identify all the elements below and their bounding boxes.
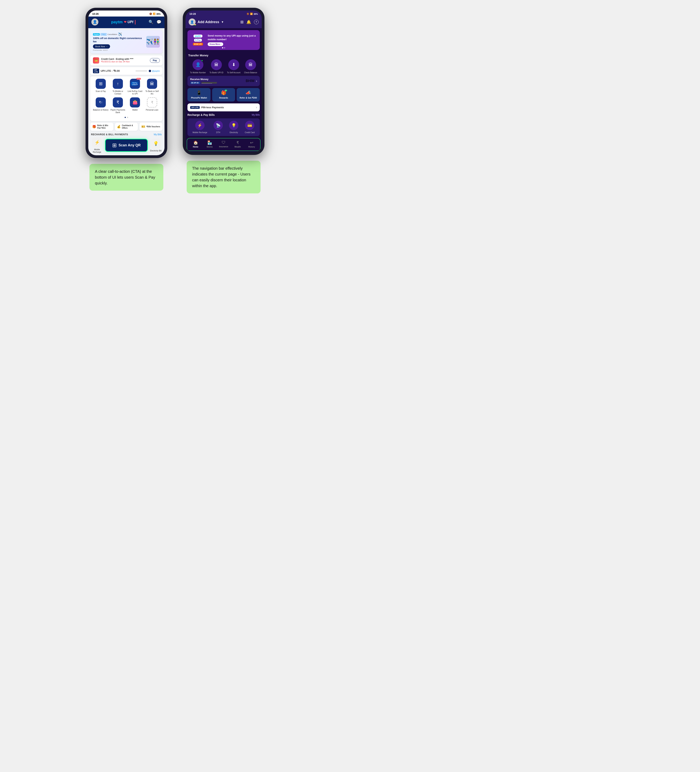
- nav-home[interactable]: 🏠 Home: [189, 140, 203, 148]
- cc-title: Credit Card - Ending with ****: [101, 58, 148, 61]
- refer-icon: 📣: [246, 90, 251, 95]
- paytm-text: paytm: [111, 20, 123, 24]
- scan-pay-item[interactable]: ⊞ Scan & Pay: [93, 79, 108, 95]
- phone1-flight-banner[interactable]: Paytm FREE Cancellation ✈️ 100% off on d…: [90, 30, 162, 54]
- know-more-button[interactable]: Know More ›: [208, 43, 223, 46]
- credit-card-row[interactable]: 💳 Credit Card - Ending with **** ₹9,503.…: [90, 56, 162, 65]
- upi-id-badge: ⊞ UPI ID:: [190, 82, 200, 84]
- phone1-wrapper: 10:26 🔕 📶 39% 👤 paytm ❤ UPI |: [85, 8, 167, 191]
- vouchers-item[interactable]: 🎫 ₹50k Vouchers: [139, 123, 162, 131]
- wallet-item[interactable]: 👛 Wallet: [127, 97, 143, 114]
- pay-button[interactable]: Pay: [150, 58, 160, 63]
- nav-insurance[interactable]: 🛡 Insurance: [216, 140, 231, 148]
- scan-pay-icon: ⊞: [96, 79, 106, 89]
- wifi-icon: 📶: [153, 13, 156, 15]
- balance-history-item[interactable]: ₹↑ Balance & History: [93, 97, 108, 114]
- refer-get-button[interactable]: 📣 Refer & Get ₹200: [237, 88, 260, 101]
- mobile-recharge-item[interactable]: ⚡ Mobile Recharge: [192, 121, 207, 134]
- electricity-bill-icon: 💡: [151, 139, 161, 149]
- upi-lite-badge: UPILITE: [93, 69, 99, 73]
- receive-money-section[interactable]: Receive Money ⊞ UPI ID: ————— BHIM ›: [187, 76, 260, 86]
- chat-icon[interactable]: 💬: [157, 20, 161, 24]
- my-bills-link[interactable]: My Bills: [252, 113, 260, 116]
- electricity-bill-item[interactable]: 💡 Electricity Bill: [149, 139, 162, 152]
- history-icon: ↩: [250, 140, 253, 145]
- link-rupay-label: Link RuPay Card to UPI: [127, 90, 143, 95]
- to-mobile-icon: ↑: [113, 79, 123, 89]
- paytm-logo: paytm: [193, 34, 202, 38]
- upi-lite-handle[interactable]: [149, 70, 151, 72]
- transfer-row: 👤 To Mobile Number 🏛 To Bank/ UPI ID ⬇ T…: [188, 59, 259, 74]
- bell-icon[interactable]: 🔔: [246, 20, 251, 24]
- nav-history[interactable]: ↩ History: [244, 140, 259, 148]
- grid-row-1: ⊞ Scan & Pay ↑ To Mobile or Contact: [92, 79, 161, 95]
- to-bank-item[interactable]: 🏛 To Bank or Self A/c: [144, 79, 160, 95]
- promo-row: 🎁 Refer & Win Flat ₹151 💰 Cashback & Off…: [90, 123, 162, 131]
- phone2-header-left: 👤 🇮🇳 Add Address ▼: [189, 18, 224, 25]
- electricity-item[interactable]: 💡 Electricity: [229, 121, 238, 134]
- flight-icon: ✈️: [118, 33, 122, 36]
- stores-icon: 🏪: [207, 140, 212, 145]
- check-balance-item[interactable]: 🏛 Check Balance: [244, 59, 257, 74]
- to-mobile-contact-item[interactable]: ↑ To Mobile or Contact: [110, 79, 126, 95]
- qr-code-icon[interactable]: ⊞: [240, 20, 244, 24]
- to-bank-label: To Bank or Self A/c: [144, 90, 160, 95]
- mute-icon: 🔕: [247, 13, 249, 15]
- dth-item[interactable]: 📡 DTH: [213, 121, 223, 134]
- wallet-label: Wallet: [132, 109, 138, 111]
- wealth-label: Wealth: [234, 146, 241, 148]
- phone2-avatar[interactable]: 👤 🇮🇳: [189, 18, 196, 25]
- recharge-title: RECHARGE & BILL PAYMENTS: [91, 133, 128, 136]
- receive-money-left: Receive Money ⊞ UPI ID: —————: [190, 78, 217, 84]
- to-bank-icon: 🏛: [147, 79, 157, 89]
- upi-lite-badge: UPI LITE: [190, 106, 200, 109]
- transfer-money-section: Transfer Money 👤 To Mobile Number 🏛 To B…: [185, 52, 262, 76]
- upi-lite-row[interactable]: UPILITE UPI LITE : ₹0.00 @paytm: [90, 67, 162, 75]
- banner-heading: Send money to any UPI app using just a m…: [208, 34, 257, 41]
- upi-lite-pinless[interactable]: UPI LITE PIN-less Payments ›: [187, 103, 260, 111]
- history-label: History: [248, 146, 255, 148]
- receive-money-right: BHIM ›: [246, 79, 257, 83]
- vouchers-icon: 🎫: [141, 125, 145, 128]
- nav-stores[interactable]: 🏪 Stores: [203, 140, 216, 148]
- signal-icon: 📶: [250, 13, 253, 15]
- search-icon[interactable]: 🔍: [149, 20, 153, 24]
- chevron-down-icon: ▼: [221, 20, 224, 23]
- recharge-title: Recharge & Pay Bills: [187, 113, 215, 116]
- electricity-label: Electricity: [230, 131, 238, 134]
- check-balance-label: Check Balance: [244, 71, 257, 74]
- scan-any-qr-button[interactable]: ⊞ Scan Any QR: [105, 139, 148, 152]
- grid-row-2: ₹↑ Balance & History ₹ Paytm Payments Ba…: [92, 97, 161, 114]
- upi-id-row: ⊞ UPI ID: —————: [190, 82, 217, 84]
- rewards-badge: 1: [225, 90, 227, 92]
- scan-pay-label: Scan & Pay: [96, 90, 106, 93]
- upi-stripe: |: [134, 19, 136, 25]
- paytm-bank-item[interactable]: ₹ Paytm Payments Bank: [110, 97, 126, 114]
- help-icon[interactable]: ?: [254, 20, 259, 24]
- credit-card-icon: 💳: [93, 57, 99, 64]
- phone2-screen: 10:28 🔕 📶 38% 👤 🇮🇳 Add Address: [185, 10, 262, 152]
- phonepe-wallet-button[interactable]: 📱 PhonePe Wallet: [187, 88, 211, 101]
- india-flag: 🇮🇳: [193, 24, 196, 26]
- mobile-recharge-item[interactable]: ⚡ Mobile Recharge: [90, 137, 104, 153]
- nav-wealth[interactable]: ₹ Wealth: [231, 140, 244, 148]
- phone1-logo: paytm ❤ UPI |: [111, 19, 136, 25]
- mobile-recharge-label: Mobile Recharge: [90, 148, 104, 153]
- rewards-button[interactable]: 🎁 1 Rewards: [212, 88, 235, 101]
- credit-card-item[interactable]: 💳 Credit Card: [245, 121, 255, 134]
- link-rupay-item[interactable]: RuPayCREDIT New Link RuPay Card to UPI: [127, 79, 143, 95]
- rewards-label: Rewards: [219, 96, 228, 99]
- to-self-account-item[interactable]: ⬇ To Self Account: [227, 59, 240, 74]
- personal-loan-item[interactable]: ₹ Personal Loan: [144, 97, 160, 114]
- to-mobile-number-item[interactable]: 👤 To Mobile Number: [190, 59, 206, 74]
- refer-win-item[interactable]: 🎁 Refer & Win Flat ₹151: [90, 123, 113, 131]
- phone2-banner[interactable]: paytm G Pay BHIM UPI Send money to any U…: [187, 30, 260, 50]
- qr-scan-icon: ⊞: [112, 142, 116, 149]
- phone1-avatar[interactable]: 👤: [92, 18, 98, 25]
- to-mobile-icon: 👤: [192, 59, 203, 70]
- to-bank-icon: 🏛: [211, 59, 222, 70]
- book-now-button[interactable]: Book Now →: [93, 44, 110, 49]
- to-bank-upi-item[interactable]: 🏛 To Bank/ UPI ID: [210, 59, 223, 74]
- cashback-item[interactable]: 💰 Cashback & Offers: [115, 123, 138, 131]
- my-bills-link[interactable]: My Bills: [154, 133, 162, 136]
